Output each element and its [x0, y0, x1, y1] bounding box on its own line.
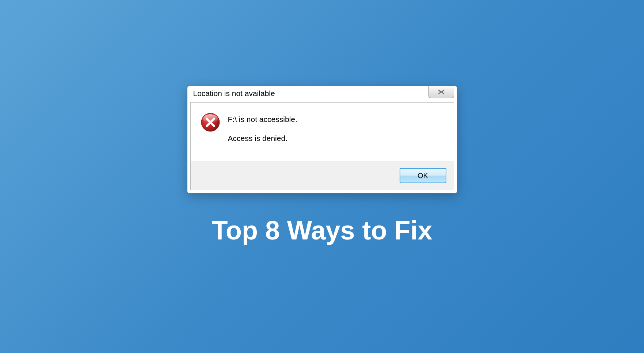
error-icon	[201, 113, 220, 132]
error-dialog: Location is not available	[187, 86, 457, 193]
dialog-content: F:\ is not accessible. Access is denied.…	[190, 102, 454, 190]
message-section: F:\ is not accessible. Access is denied.	[191, 103, 454, 161]
headline-text: Top 8 Ways to Fix	[212, 215, 432, 245]
message-text-container: F:\ is not accessible. Access is denied.	[228, 113, 297, 143]
close-button[interactable]	[428, 86, 454, 98]
dialog-title: Location is not available	[193, 89, 275, 98]
dialog-button-area: OK	[191, 161, 454, 190]
close-icon	[438, 89, 445, 95]
dialog-title-bar: Location is not available	[187, 86, 457, 101]
ok-button[interactable]: OK	[400, 168, 446, 183]
message-line-2: Access is denied.	[228, 134, 297, 143]
message-line-1: F:\ is not accessible.	[228, 115, 297, 124]
